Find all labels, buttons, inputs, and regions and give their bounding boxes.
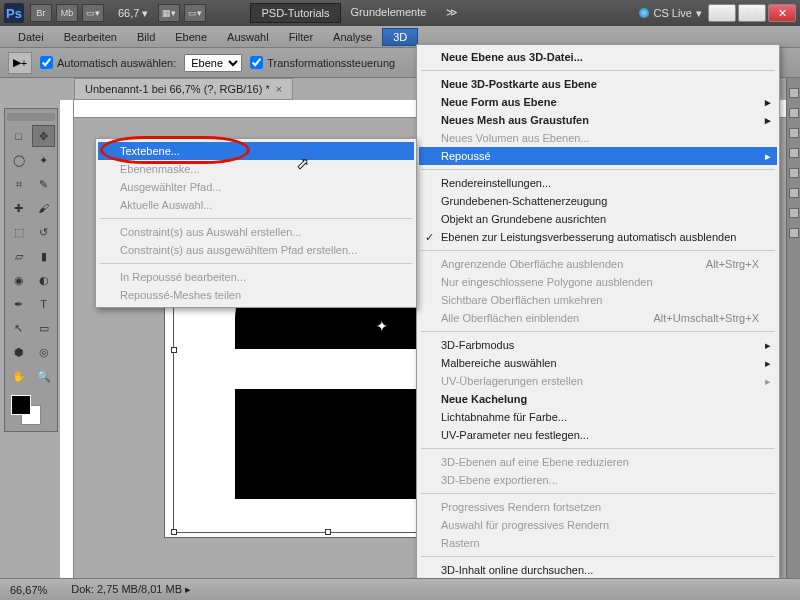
workspace-tab-active[interactable]: PSD-Tutorials bbox=[250, 3, 340, 23]
menu-bild[interactable]: Bild bbox=[127, 29, 165, 45]
tool-shape[interactable]: ▭ bbox=[32, 317, 55, 339]
toolbox-grip[interactable] bbox=[7, 113, 55, 121]
toolbox: □✥ ◯✦ ⌗✎ ✚🖌 ⬚↺ ▱▮ ◉◐ ✒T ↖▭ ⬢◎ ✋🔍 bbox=[4, 108, 58, 432]
extras-button[interactable]: ▦▾ bbox=[158, 4, 180, 22]
menu-item: Progressives Rendern fortsetzen bbox=[419, 498, 777, 516]
workspace-tab[interactable]: Grundelemente bbox=[341, 3, 437, 23]
screenmode-button[interactable]: ▭▾ bbox=[82, 4, 104, 22]
menu-ebene[interactable]: Ebene bbox=[165, 29, 217, 45]
menu-item: Alle Oberflächen einblendenAlt+Umschalt+… bbox=[419, 309, 777, 327]
menu-datei[interactable]: Datei bbox=[8, 29, 54, 45]
zoom-level[interactable]: 66,7 ▾ bbox=[118, 7, 148, 20]
menu-item[interactable]: 3D-Inhalt online durchsuchen... bbox=[419, 561, 777, 579]
menu-auswahl[interactable]: Auswahl bbox=[217, 29, 279, 45]
menu-item[interactable]: Malbereiche auswählen▸ bbox=[419, 354, 777, 372]
submenu-arrow-icon: ▸ bbox=[765, 375, 771, 388]
panel-icon[interactable] bbox=[789, 108, 799, 118]
menu-item: Angrenzende Oberfläche ausblendenAlt+Str… bbox=[419, 255, 777, 273]
menu-item[interactable]: Neue Ebene aus 3D-Datei... bbox=[419, 48, 777, 66]
workspace-more[interactable]: ≫ bbox=[436, 3, 468, 23]
submenu-arrow-icon: ▸ bbox=[765, 357, 771, 370]
menu-bearbeiten[interactable]: Bearbeiten bbox=[54, 29, 127, 45]
center-marker-icon: ✦ bbox=[376, 318, 390, 332]
status-bar: 66,67% Dok: 2,75 MB/8,01 MB ▸ bbox=[0, 578, 800, 600]
panel-icon[interactable] bbox=[789, 128, 799, 138]
menu-item[interactable]: Ebenen zur Leistungsverbesserung automat… bbox=[419, 228, 777, 246]
panel-icon[interactable] bbox=[789, 208, 799, 218]
menu-item[interactable]: Lichtabnahme für Farbe... bbox=[419, 408, 777, 426]
tool-blur[interactable]: ◉ bbox=[7, 269, 30, 291]
status-zoom[interactable]: 66,67% bbox=[10, 584, 47, 596]
tool-pen[interactable]: ✒ bbox=[7, 293, 30, 315]
auto-select-target[interactable]: Ebene bbox=[184, 54, 242, 72]
submenu-arrow-icon: ▸ bbox=[765, 114, 771, 127]
cs-live-button[interactable]: CS Live ▾ bbox=[639, 7, 702, 20]
menu-item[interactable]: Neue Kachelung bbox=[419, 390, 777, 408]
tool-eyedrop[interactable]: ✎ bbox=[32, 173, 55, 195]
menu-item[interactable]: Neue 3D-Postkarte aus Ebene bbox=[419, 75, 777, 93]
tool-gradient[interactable]: ▮ bbox=[32, 245, 55, 267]
panel-icon[interactable] bbox=[789, 228, 799, 238]
tool-heal[interactable]: ✚ bbox=[7, 197, 30, 219]
minibridge-button[interactable]: Mb bbox=[56, 4, 78, 22]
tool-wand[interactable]: ✦ bbox=[32, 149, 55, 171]
menu-item[interactable]: Neues Mesh aus Graustufen▸ bbox=[419, 111, 777, 129]
submenu-arrow-icon: ▸ bbox=[765, 150, 771, 163]
tool-crop[interactable]: ⌗ bbox=[7, 173, 30, 195]
handle-bm[interactable] bbox=[325, 529, 331, 535]
menu-item[interactable]: Grundebenen-Schattenerzeugung bbox=[419, 192, 777, 210]
close-button[interactable]: ✕ bbox=[768, 4, 796, 22]
tool-dodge[interactable]: ◐ bbox=[32, 269, 55, 291]
tool-hand[interactable]: ✋ bbox=[7, 365, 30, 387]
document-tab[interactable]: Unbenannt-1 bei 66,7% (?, RGB/16) *× bbox=[74, 78, 293, 100]
arrange-button[interactable]: ▭▾ bbox=[184, 4, 206, 22]
menu-item[interactable]: Objekt an Grundebene ausrichten bbox=[419, 210, 777, 228]
panel-icon[interactable] bbox=[789, 168, 799, 178]
tool-type[interactable]: T bbox=[32, 293, 55, 315]
tool-marquee[interactable]: □ bbox=[7, 125, 30, 147]
ruler-vertical bbox=[60, 100, 74, 578]
menu-analyse[interactable]: Analyse bbox=[323, 29, 382, 45]
close-tab-icon[interactable]: × bbox=[276, 83, 282, 95]
cslive-icon bbox=[639, 8, 649, 18]
tool-path[interactable]: ↖ bbox=[7, 317, 30, 339]
move-tool-preset[interactable]: ▶+ bbox=[8, 52, 32, 74]
tool-move[interactable]: ✥ bbox=[32, 125, 55, 147]
maximize-button[interactable]: ☐ bbox=[738, 4, 766, 22]
menu-item: Constraint(s) aus ausgewähltem Pfad erst… bbox=[98, 241, 414, 259]
menu-item: UV-Überlagerungen erstellen▸ bbox=[419, 372, 777, 390]
menu-filter[interactable]: Filter bbox=[279, 29, 323, 45]
tool-3d[interactable]: ⬢ bbox=[7, 341, 30, 363]
menu-item: Sichtbare Oberflächen umkehren bbox=[419, 291, 777, 309]
panel-collapsed-strip[interactable] bbox=[786, 78, 800, 578]
panel-icon[interactable] bbox=[789, 148, 799, 158]
panel-icon[interactable] bbox=[789, 188, 799, 198]
menu-item[interactable]: Neue Form aus Ebene▸ bbox=[419, 93, 777, 111]
menu-item[interactable]: UV-Parameter neu festlegen... bbox=[419, 426, 777, 444]
tool-stamp[interactable]: ⬚ bbox=[7, 221, 30, 243]
tool-eraser[interactable]: ▱ bbox=[7, 245, 30, 267]
foreground-color[interactable] bbox=[11, 395, 31, 415]
menu-item[interactable]: Textebene... bbox=[98, 142, 414, 160]
tool-lasso[interactable]: ◯ bbox=[7, 149, 30, 171]
tool-3dcam[interactable]: ◎ bbox=[32, 341, 55, 363]
tool-brush[interactable]: 🖌 bbox=[32, 197, 55, 219]
tool-history[interactable]: ↺ bbox=[32, 221, 55, 243]
bridge-button[interactable]: Br bbox=[30, 4, 52, 22]
menu-item[interactable]: 3D-Farbmodus▸ bbox=[419, 336, 777, 354]
check-icon: ✓ bbox=[425, 231, 434, 244]
handle-ml[interactable] bbox=[171, 347, 177, 353]
color-swatches[interactable] bbox=[7, 395, 55, 427]
menu-item[interactable]: Rendereinstellungen... bbox=[419, 174, 777, 192]
tool-zoom[interactable]: 🔍 bbox=[32, 365, 55, 387]
panel-icon[interactable] bbox=[789, 88, 799, 98]
auto-select-checkbox[interactable]: Automatisch auswählen: bbox=[40, 56, 176, 69]
handle-bl[interactable] bbox=[171, 529, 177, 535]
menu-item: Aktuelle Auswahl... bbox=[98, 196, 414, 214]
status-dok[interactable]: Dok: 2,75 MB/8,01 MB ▸ bbox=[71, 583, 191, 596]
minimize-button[interactable]: — bbox=[708, 4, 736, 22]
menu-item[interactable]: Repoussé▸ bbox=[419, 147, 777, 165]
menu-3d[interactable]: 3D bbox=[382, 28, 418, 46]
transform-controls-checkbox[interactable]: Transformationssteuerung bbox=[250, 56, 395, 69]
menu-item: Constraint(s) aus Auswahl erstellen... bbox=[98, 223, 414, 241]
